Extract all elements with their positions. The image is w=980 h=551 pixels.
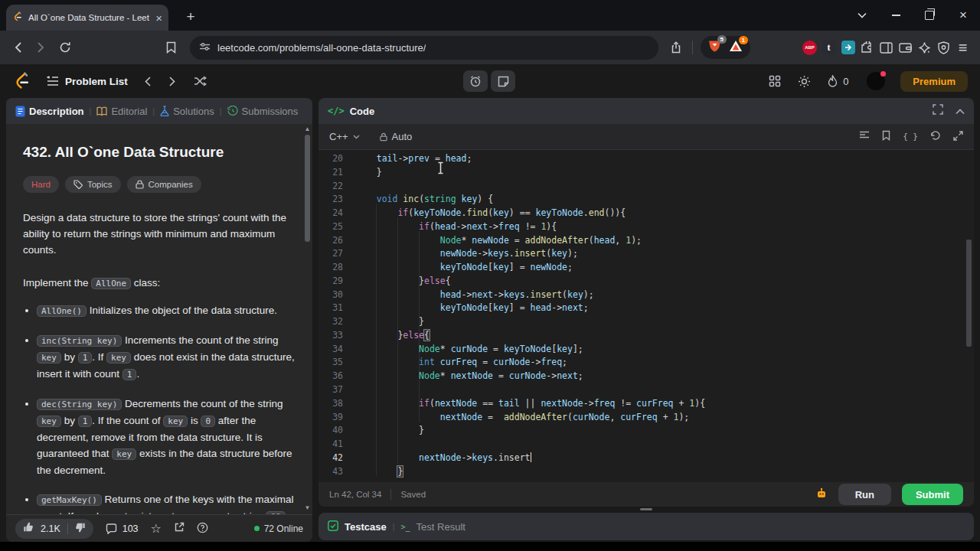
code-line[interactable]: 30 head->next->keys.insert(key); xyxy=(318,289,974,302)
code-line[interactable]: 35 int curFreq = curNode->freq; xyxy=(318,356,974,370)
code-line[interactable]: 20 tail->prev = head; xyxy=(318,152,974,166)
restore-button[interactable] xyxy=(913,0,946,31)
leetcode-favicon-icon xyxy=(12,11,23,24)
code-line[interactable]: 31 keyToNode[key] = head->next; xyxy=(318,302,974,315)
leo-ai-sparkle-icon[interactable] xyxy=(915,38,934,57)
reload-button[interactable] xyxy=(55,37,75,57)
close-window-button[interactable]: × xyxy=(946,0,980,31)
tab-solutions[interactable]: Solutions xyxy=(160,106,214,117)
share-icon[interactable] xyxy=(666,37,686,57)
tumblr-extension-icon[interactable]: t xyxy=(819,38,838,57)
language-selector[interactable]: C++ xyxy=(329,131,360,142)
code-line-content: if(head->next->freq != 1){ xyxy=(343,220,557,234)
code-line[interactable]: 41 xyxy=(318,438,974,452)
format-code-icon[interactable] xyxy=(859,131,870,142)
code-line[interactable]: 40 } xyxy=(318,424,974,438)
leetcode-logo[interactable] xyxy=(12,70,31,93)
snippets-icon[interactable]: { } xyxy=(903,132,918,142)
scrollbar-thumb[interactable] xyxy=(305,135,310,242)
submit-button[interactable]: Submit xyxy=(902,484,963,505)
timer-button[interactable] xyxy=(463,70,488,92)
difficulty-badge[interactable]: Hard xyxy=(23,176,59,193)
adblock-extension-icon[interactable]: ABP xyxy=(800,38,819,57)
cursor-position: Ln 42, Col 34 xyxy=(329,490,381,499)
share-external-icon[interactable] xyxy=(174,522,185,535)
editor-scrollbar-thumb[interactable] xyxy=(966,240,972,347)
layout-grid-icon[interactable] xyxy=(769,75,781,87)
streak-flame-icon[interactable] xyxy=(828,75,838,87)
reset-code-icon[interactable] xyxy=(930,130,941,143)
tab-close-icon[interactable]: × xyxy=(155,12,162,24)
code-line[interactable]: 22 xyxy=(318,180,974,194)
fullscreen-icon[interactable] xyxy=(933,104,943,118)
minimize-button[interactable] xyxy=(879,0,913,31)
browser-tab[interactable]: All O`one Data Structure - Leet × xyxy=(6,5,168,31)
method-list: AllOne() Initializes the object of the d… xyxy=(23,302,297,514)
premium-button[interactable]: Premium xyxy=(900,71,968,92)
tab-search-icon[interactable] xyxy=(845,0,879,31)
code-line-content: Node* curNode = keyToNode[key]; xyxy=(343,343,583,357)
next-problem-icon[interactable] xyxy=(169,77,175,86)
code-line[interactable]: 23 void inc(string key) { xyxy=(318,193,974,207)
code-line[interactable]: 21 } xyxy=(318,166,974,180)
description-panel-tabs: Description | Editorial | Solutions | Su… xyxy=(6,98,312,124)
wallet-icon[interactable] xyxy=(896,38,915,57)
code-line[interactable]: 25 if(head->next->freq != 1){ xyxy=(318,220,974,234)
tab-submissions[interactable]: Submissions xyxy=(227,106,299,117)
tab-description[interactable]: Description xyxy=(15,106,84,117)
panel-resize-handle[interactable] xyxy=(640,508,652,510)
back-button[interactable] xyxy=(8,37,28,57)
vpn-shield-icon[interactable] xyxy=(934,38,953,57)
code-line[interactable]: 39 nextNode = addNodeAfter(curNode, curF… xyxy=(318,411,974,425)
forward-button[interactable] xyxy=(31,37,51,57)
shuffle-icon[interactable] xyxy=(194,76,207,86)
notes-button[interactable] xyxy=(491,70,515,92)
code-line[interactable]: 36 Node* nextNode = curNode->next; xyxy=(318,370,974,383)
code-editor[interactable]: 20 tail->prev = head;21 }2223 void inc(s… xyxy=(318,150,974,482)
favorite-star-icon[interactable]: ☆ xyxy=(151,521,162,536)
teal-extension-icon[interactable] xyxy=(838,38,858,57)
code-line[interactable]: 28 keyToNode[key] = newNode; xyxy=(318,261,974,275)
debugger-robot-icon[interactable] xyxy=(815,487,828,501)
menu-icon[interactable]: ≡ xyxy=(953,38,972,57)
comments-group[interactable]: 103 xyxy=(106,523,139,534)
code-line[interactable]: 27 newNode->keys.insert(key); xyxy=(318,247,974,261)
code-line[interactable]: 26 Node* newNode = addNodeAfter(head, 1)… xyxy=(318,234,974,248)
problem-list-nav[interactable]: Problem List xyxy=(47,76,128,87)
expand-editor-icon[interactable] xyxy=(953,131,963,143)
thumbs-down-icon[interactable] xyxy=(75,522,86,535)
prev-problem-icon[interactable] xyxy=(145,77,151,86)
code-line[interactable]: 37 xyxy=(318,383,974,397)
site-settings-icon[interactable] xyxy=(199,41,211,54)
brave-shields-icon[interactable]: 5 xyxy=(708,39,721,56)
url-bar[interactable]: leetcode.com/problems/all-oone-data-stru… xyxy=(190,36,658,60)
new-tab-button[interactable]: + xyxy=(181,7,201,27)
topics-badge[interactable]: Topics xyxy=(65,176,121,193)
autocomplete-toggle[interactable]: Auto xyxy=(380,131,413,142)
run-button[interactable]: Run xyxy=(838,484,891,505)
code-line[interactable]: 42 nextNode->keys.insert xyxy=(318,452,974,465)
tab-test-result[interactable]: Test Result xyxy=(416,521,466,533)
collapse-panel-icon[interactable] xyxy=(956,104,965,118)
code-line[interactable]: 43 } xyxy=(318,465,974,479)
avatar[interactable] xyxy=(867,72,885,90)
thumbs-up-icon[interactable] xyxy=(23,522,34,535)
code-line[interactable]: 32 } xyxy=(318,315,974,329)
code-line[interactable]: 29 }else{ xyxy=(318,275,974,289)
brave-rewards-icon[interactable]: 1 xyxy=(729,40,743,55)
description-scrollbar[interactable]: ▲ ▼ xyxy=(305,126,310,511)
sidebar-icon[interactable] xyxy=(877,38,896,57)
code-line[interactable]: 24 if(keyToNode.find(key) == keyToNode.e… xyxy=(318,207,974,220)
bookmark-button[interactable] xyxy=(161,37,181,57)
tab-testcase[interactable]: Testcase xyxy=(345,521,387,533)
url-text[interactable]: leetcode.com/problems/all-oone-data-stru… xyxy=(217,42,426,54)
companies-badge[interactable]: Companies xyxy=(127,176,201,193)
tab-editorial[interactable]: Editorial xyxy=(96,106,147,117)
extensions-puzzle-icon[interactable] xyxy=(858,38,877,57)
code-line[interactable]: 38 if(nextNode == tail || nextNode->freq… xyxy=(318,397,974,411)
code-line[interactable]: 34 Node* curNode = keyToNode[key]; xyxy=(318,343,974,357)
settings-gear-icon[interactable] xyxy=(798,75,811,88)
code-line[interactable]: 33 }else{ xyxy=(318,329,974,343)
help-icon[interactable] xyxy=(197,522,208,536)
bookmark-code-icon[interactable] xyxy=(882,130,890,143)
